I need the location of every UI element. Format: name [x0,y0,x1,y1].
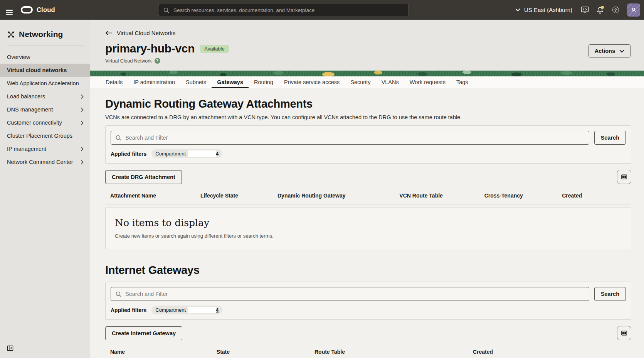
column-header: Cross-Tenancy [484,193,562,199]
table-toolbar: Create Internet Gateway [105,326,631,340]
sidebar-item-web-application-acceleration[interactable]: Web Application Acceleration [0,77,90,90]
global-search[interactable] [158,4,409,16]
collapse-panel-icon [7,345,13,351]
tab-tags[interactable]: Tags [451,76,474,88]
tab-details[interactable]: Details [100,76,128,88]
divider [5,337,84,337]
search-filter-box[interactable] [111,287,589,301]
console-icon [581,6,589,14]
sidebar-item-customer-connectivity[interactable]: Customer connectivity [0,116,90,129]
region-label: US East (Ashburn) [524,7,572,13]
create-internet-gateway-button[interactable]: Create Internet Gateway [105,326,182,340]
chevron-right-icon [81,147,84,152]
sidebar-item-dns-management[interactable]: DNS management [0,103,90,116]
tab-security[interactable]: Security [345,76,376,88]
search-row: Search [111,287,626,301]
page-header: Virtual Cloud Networks primary-hub-vcn A… [90,20,644,71]
networking-icon [7,30,15,39]
compartment-filter-link[interactable]: 4 [216,307,219,313]
table-toolbar: Create DRG Attachment [105,170,631,184]
collapse-sidebar-button[interactable] [5,343,15,353]
columns-icon [620,173,628,181]
help-icon: ? [612,7,619,13]
compartment-filter-chip[interactable]: Compartment 4 [151,306,222,314]
title-row: primary-hub-vcn Available [105,42,631,55]
column-header: Dynamic Routing Gateway [277,193,399,199]
search-filter-input[interactable] [125,291,585,297]
back-link[interactable]: Virtual Cloud Networks [105,30,175,36]
main: Virtual Cloud Networks primary-hub-vcn A… [90,20,644,358]
empty-state-title: No items to display [115,217,622,228]
status-badge: Available [200,45,229,53]
resource-type: Virtual Cloud Network ? [105,58,631,64]
chevron-right-icon [81,107,84,112]
sidebar-item-ip-management[interactable]: IP management [0,142,90,155]
user-menu-button[interactable] [627,3,640,17]
section-description: VCNs are connected to a DRG by an attach… [105,114,631,120]
column-header: VCN Route Table [399,193,484,199]
help-button[interactable]: ? [609,3,622,17]
column-settings-button[interactable] [617,326,631,340]
sidebar-title: Networking [19,30,63,39]
redacted-value [188,150,216,157]
tab-gateways[interactable]: Gateways [212,76,249,88]
tab-ip-administration[interactable]: IP administration [128,76,180,88]
region-selector[interactable]: US East (Ashburn) [511,3,576,17]
tab-routing[interactable]: Routing [249,76,279,88]
content: Dynamic Routing Gateway Attachments VCNs… [90,88,644,358]
sidebar-item-load-balancers[interactable]: Load balancers [0,90,90,103]
search-filter-input[interactable] [125,135,585,141]
empty-state-subtitle: Create new items or search again using d… [115,233,622,239]
menu-button[interactable] [2,3,16,17]
user-icon [630,7,637,14]
section-title: Dynamic Routing Gateway Attachments [105,98,631,110]
sidebar-item-virtual-cloud-networks[interactable]: Virtual cloud networks [0,64,90,77]
column-settings-button[interactable] [617,170,631,184]
table-header-row: Attachment Name Lifecycle State Dynamic … [105,190,631,204]
global-search-input[interactable] [173,7,404,13]
brand-label: Cloud [37,6,55,14]
chevron-down-icon [619,49,624,53]
sidebar-item-network-command-center[interactable]: Network Command Center [0,155,90,169]
chevron-right-icon [81,94,84,99]
applied-filters-row: Applied filters Compartment 4 [111,306,626,314]
sidebar-nav: Overview Virtual cloud networks Web Appl… [0,51,90,169]
notifications-button[interactable] [593,3,607,17]
sidebar-item-overview[interactable]: Overview [0,51,90,64]
section-drg-attachments: Dynamic Routing Gateway Attachments VCNs… [105,98,631,249]
section-internet-gateways: Internet Gateways Search Applied filters… [105,264,631,358]
topbar-left: Cloud [2,3,57,17]
search-row: Search [111,131,626,145]
page-title: primary-hub-vcn [105,42,195,55]
column-header: State [217,349,314,355]
compartment-filter-chip[interactable]: Compartment 4 [151,149,222,158]
chevron-right-icon [81,120,84,125]
compartment-filter-link[interactable]: 4 [216,151,219,157]
search-button[interactable]: Search [594,131,626,145]
sidebar-item-cluster-placement-groups[interactable]: Cluster Placement Groups [0,129,90,142]
tab-work-requests[interactable]: Work requests [404,76,451,88]
internet-gateways-table: Name State Route Table Created No items … [105,346,631,358]
topbar-right: US East (Ashburn) ? [511,3,640,17]
search-button[interactable]: Search [594,287,626,301]
brand-home[interactable]: Cloud [18,6,57,14]
tab-subnets[interactable]: Subnets [180,76,212,88]
column-header: Attachment Name [110,193,200,199]
sidebar-footer [0,337,90,358]
actions-button[interactable]: Actions [589,44,631,57]
search-filter-box[interactable] [111,131,589,145]
columns-icon [620,329,628,337]
help-icon[interactable]: ? [155,58,160,64]
cloud-shell-button[interactable] [578,3,592,17]
redacted-value [188,307,216,313]
create-drg-attachment-button[interactable]: Create DRG Attachment [105,170,182,184]
sidebar: Networking Overview Virtual cloud networ… [0,20,90,358]
arrow-left-icon [105,30,112,35]
column-header: Route Table [314,349,473,355]
tab-bar: Details IP administration Subnets Gatewa… [90,76,644,88]
tab-vlans[interactable]: VLANs [376,76,404,88]
applied-filters-label: Applied filters [111,151,146,157]
tab-private-service-access[interactable]: Private service access [279,76,345,88]
search-icon [115,135,122,141]
hamburger-icon [6,10,13,10]
